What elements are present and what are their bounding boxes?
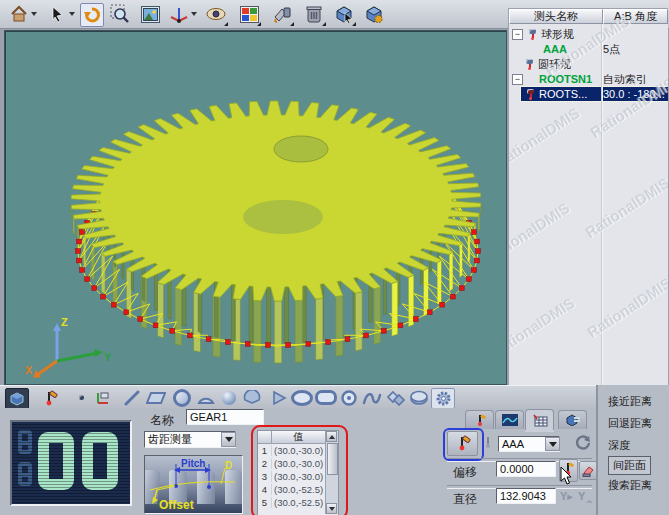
line-icon[interactable] <box>121 388 143 407</box>
tab-graph[interactable] <box>495 410 524 429</box>
home-dropdown-icon[interactable] <box>31 12 37 16</box>
offset-input[interactable]: 0.0000 <box>496 461 556 477</box>
coordinate-icon[interactable] <box>91 388 113 407</box>
tree-label: ROOTSN1 <box>539 73 592 85</box>
diameter-label: 直径 <box>453 491 477 508</box>
diameter-value: 132.9043 <box>500 490 546 502</box>
collapse-icon[interactable]: − <box>512 29 523 40</box>
watermark-text: RationalDMIS <box>508 104 583 171</box>
tree-row-rootsn1[interactable]: − ROOTSN1 自动索引 <box>509 72 668 86</box>
measure-mode-value: 齿距测量 <box>148 432 192 447</box>
row-index: 2 <box>258 458 272 469</box>
delete-submenu-mark <box>322 22 326 26</box>
probe-direction-alt-icon[interactable]: Y‸ <box>578 490 593 503</box>
cursor-dropdown-icon[interactable] <box>69 12 75 16</box>
probe-ghost-icon <box>481 436 495 452</box>
zoom-window-icon[interactable] <box>109 3 131 25</box>
sphere-icon[interactable] <box>218 388 240 407</box>
view-cube-icon[interactable] <box>5 388 29 409</box>
gear-model: Z Y X <box>5 31 504 382</box>
scroll-down-icon[interactable] <box>326 503 337 514</box>
probe-select-dropdown-icon[interactable] <box>545 437 560 451</box>
axis-y-label: Y <box>104 351 112 363</box>
row-value: (30.0,-30.0) <box>272 458 323 469</box>
probe-direction-icon[interactable]: Y▸ <box>560 490 573 503</box>
select-cursor-icon[interactable] <box>46 3 68 25</box>
tab-point-table[interactable] <box>525 409 554 430</box>
table-scrollbar[interactable] <box>325 431 338 514</box>
watermark-text: RationalDMIS <box>582 174 668 241</box>
delete-icon[interactable] <box>303 3 325 25</box>
solid-settings-icon[interactable] <box>363 3 385 25</box>
row-index: 4 <box>258 484 272 495</box>
tab-probe[interactable] <box>465 410 494 429</box>
rotate-view-icon[interactable] <box>80 3 104 27</box>
row-value: (30.0,-52.5) <box>272 497 323 508</box>
row-index: 5 <box>258 497 272 508</box>
distance-panel: 接近距离 回退距离 深度 间距面 搜索距离 <box>598 385 669 515</box>
probe-mode-button[interactable] <box>447 431 478 456</box>
probe-hammer-icon[interactable] <box>38 388 60 407</box>
refresh-icon[interactable] <box>574 434 592 454</box>
spacing-face-button[interactable]: 间距面 <box>608 456 651 475</box>
probe-icon <box>524 58 536 70</box>
tree-row-roots-selected[interactable]: ROOTS... 30.0 : -180... <box>521 87 668 101</box>
tree-column-divider <box>601 24 603 386</box>
scroll-thumb[interactable] <box>327 443 338 475</box>
pitch-diagram: Pitch D Offset <box>144 455 243 514</box>
row-index: 3 <box>258 471 272 482</box>
pick-solid-submenu-mark <box>352 22 356 26</box>
tree-row-sphere-gauge[interactable]: − 球形规 <box>509 27 668 41</box>
slot-icon[interactable] <box>315 388 337 407</box>
clear-offset-button[interactable] <box>579 461 597 480</box>
axis-x-label: X <box>25 364 33 376</box>
axis-triad-icon: Z Y X <box>25 316 112 378</box>
probe-select-value: AAA <box>502 438 524 450</box>
offset-value: 0.0000 <box>500 463 534 475</box>
probe-tree-panel: 测头名称 A:B 角度 − 球形规 AAA 5点 圆环规 − ROOTSN1 自… <box>508 8 668 387</box>
3d-viewport[interactable]: Z Y X <box>4 30 507 385</box>
point-icon[interactable] <box>70 388 92 407</box>
name-value: GEAR1 <box>190 411 227 423</box>
offset-label: 偏移 <box>453 464 477 481</box>
curve-icon[interactable] <box>361 388 383 407</box>
home-icon[interactable] <box>8 3 30 25</box>
arc-icon[interactable] <box>195 388 217 407</box>
cylinder-icon[interactable] <box>408 388 430 407</box>
render-tools-icon[interactable] <box>271 3 293 25</box>
tree-col-probe-name[interactable]: 测头名称 <box>509 9 603 24</box>
circle-icon[interactable] <box>171 388 193 407</box>
coordinate-dropdown-icon[interactable] <box>191 12 197 16</box>
tree-label: AAA <box>543 43 567 55</box>
prism-icon[interactable] <box>385 388 407 407</box>
scroll-up-icon[interactable] <box>326 431 337 442</box>
torus-icon[interactable] <box>338 388 360 407</box>
pick-solid-icon[interactable] <box>333 3 355 25</box>
ellipse-icon[interactable] <box>291 388 313 407</box>
color-palette-icon[interactable] <box>238 3 260 25</box>
plane-icon[interactable] <box>145 388 167 407</box>
tree-row-aaa[interactable]: AAA 5点 <box>509 42 668 56</box>
diameter-input[interactable]: 132.9043 <box>496 488 556 504</box>
d-label: D <box>225 460 232 471</box>
tree-header: 测头名称 A:B 角度 <box>509 9 668 24</box>
view-image-icon[interactable] <box>139 3 161 25</box>
index-column-header[interactable] <box>258 431 272 444</box>
pitch-label: Pitch <box>181 458 205 469</box>
tree-col-angle[interactable]: A:B 角度 <box>603 9 668 24</box>
dome-icon[interactable] <box>241 388 263 407</box>
gear-icon[interactable] <box>431 388 455 409</box>
tab-report[interactable] <box>558 410 587 429</box>
value-column-header[interactable]: 值 <box>272 431 326 444</box>
cone-icon[interactable] <box>268 388 290 407</box>
tree-value: 30.0 : -180... <box>603 88 665 100</box>
coordinate-system-icon[interactable] <box>168 3 190 25</box>
visibility-eye-icon[interactable] <box>205 3 227 25</box>
collapse-icon[interactable]: − <box>512 74 523 85</box>
tree-label: 球形规 <box>541 27 574 42</box>
tree-row-ring-gauge[interactable]: 圆环规 <box>509 57 668 71</box>
watermark-text: RationalDMIS <box>508 199 573 266</box>
name-input[interactable]: GEAR1 <box>186 409 264 425</box>
row-value: (30.0,-30.0) <box>272 471 323 482</box>
measure-mode-dropdown-icon[interactable] <box>221 432 236 447</box>
